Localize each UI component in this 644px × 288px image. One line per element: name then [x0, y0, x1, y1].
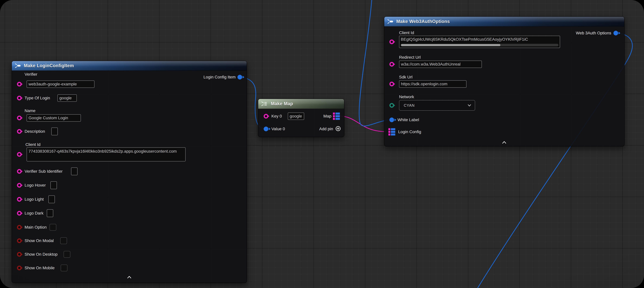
pin-logo-light[interactable]: [17, 197, 22, 202]
network-dropdown[interactable]: CYAN: [399, 100, 475, 111]
node-header[interactable]: Make Web3AuthOptions: [384, 17, 624, 27]
pin-verifier[interactable]: [17, 82, 22, 87]
pin-key-0[interactable]: [264, 114, 268, 119]
wire-map-to-loginconfig[interactable]: [340, 116, 386, 132]
output-label-map: Map: [324, 114, 331, 119]
logo-hover-input[interactable]: [50, 181, 57, 189]
output-pin-web3auth-options[interactable]: [614, 31, 618, 36]
node-make-loginconfigitem[interactable]: Make LoginConfigItem Login Config Item V…: [12, 61, 247, 283]
client-id-input[interactable]: 774338308167-q463s7kpvja16l4l0kko3nb925i…: [26, 147, 186, 161]
node-header[interactable]: Make Map: [258, 99, 344, 109]
pin-network[interactable]: [390, 103, 394, 108]
pin-white-label[interactable]: [390, 118, 394, 122]
pin-label-client-id: Client Id: [26, 142, 40, 147]
pin-label-type-of-login: Type Of Login: [24, 96, 50, 100]
output-label: Web 3Auth Options: [576, 31, 611, 36]
chevron-up-icon: [501, 141, 507, 144]
verifier-input[interactable]: web3auth-google-example: [26, 81, 94, 88]
pin-label-logo-hover: Logo Hover: [24, 183, 46, 188]
logo-light-input[interactable]: [48, 195, 55, 203]
pin-description[interactable]: [17, 129, 22, 134]
pin-label-white-label: White Label: [398, 118, 419, 122]
pin-type-of-login[interactable]: [17, 96, 22, 100]
pin-label-name: Name: [24, 108, 36, 113]
add-pin-label: Add pin: [319, 127, 333, 131]
chevron-down-icon: [467, 104, 472, 107]
pin-logo-hover[interactable]: [17, 183, 22, 188]
blueprint-editor: Make LoginConfigItem Login Config Item V…: [0, 0, 644, 288]
node-title: Make Web3AuthOptions: [396, 19, 450, 24]
scrollbar-thumb[interactable]: [401, 44, 500, 46]
client-id-value: BEglQSgt4cUWcj6SKRdu5QkOXTsePmMcusG5EAoy…: [399, 36, 560, 43]
make-struct-icon: [15, 63, 22, 68]
output-pin-map[interactable]: [333, 113, 340, 120]
collapse-node-button[interactable]: [126, 275, 132, 279]
pin-label-key-0: Key 0: [272, 114, 282, 119]
output-pin-login-config-item[interactable]: [238, 75, 242, 80]
collapse-node-button[interactable]: [501, 141, 507, 145]
pin-label-show-on-modal: Show On Modal: [24, 238, 54, 243]
add-pin-button[interactable]: [335, 126, 341, 132]
show-on-modal-checkbox[interactable]: [60, 237, 67, 244]
chevron-up-icon: [126, 275, 132, 279]
pin-client-id[interactable]: [17, 152, 22, 157]
pin-label-verifier: Verifier: [24, 72, 37, 77]
pin-login-config[interactable]: [388, 128, 395, 136]
pin-label-description: Description: [24, 129, 45, 134]
logo-dark-input[interactable]: [47, 209, 53, 217]
type-of-login-input[interactable]: google: [58, 94, 77, 102]
pin-client-id[interactable]: [390, 40, 394, 44]
pin-show-on-modal[interactable]: [17, 238, 22, 243]
redirect-url-input[interactable]: w3a://com.w3a.Web3AuthUnreal: [399, 61, 482, 68]
node-make-web3authoptions[interactable]: Make Web3AuthOptions Client Id Web 3Auth…: [384, 17, 624, 146]
description-input[interactable]: [51, 128, 58, 135]
pin-label-logo-dark: Logo Dark: [24, 211, 44, 215]
node-make-map[interactable]: Make Map Key 0 google Map Value 0 Add pi…: [258, 99, 344, 137]
horizontal-scrollbar[interactable]: [401, 44, 558, 46]
make-struct-icon: [387, 19, 394, 24]
pin-label-network: Network: [399, 95, 414, 99]
network-selected-value: CYAN: [404, 103, 414, 108]
pin-name[interactable]: [17, 116, 22, 120]
name-input[interactable]: Google Custom Login: [26, 114, 81, 122]
show-on-desktop-checkbox[interactable]: [64, 251, 70, 258]
key-0-input[interactable]: google: [288, 113, 304, 120]
show-on-mobile-checkbox[interactable]: [61, 264, 68, 271]
pin-label-main-option: Main Option: [24, 225, 47, 230]
make-map-icon: [261, 101, 269, 107]
client-id-input[interactable]: BEglQSgt4cUWcj6SKRdu5QkOXTsePmMcusG5EAoy…: [399, 36, 560, 48]
main-option-checkbox[interactable]: [50, 224, 56, 231]
pin-value-0[interactable]: [264, 127, 268, 131]
node-title: Make LoginConfigItem: [24, 63, 74, 68]
pin-main-option[interactable]: [17, 225, 22, 230]
circle-plus-icon: [335, 126, 341, 131]
verifier-sub-identifier-input[interactable]: [71, 168, 78, 175]
pin-show-on-mobile[interactable]: [17, 266, 22, 270]
node-header[interactable]: Make LoginConfigItem: [12, 61, 247, 71]
pin-logo-dark[interactable]: [17, 211, 22, 215]
pin-label-sdk-url: Sdk Url: [399, 75, 412, 80]
output-label: Login Config Item: [204, 75, 236, 80]
pin-show-on-desktop[interactable]: [17, 252, 22, 257]
pin-label-client-id: Client Id: [399, 31, 414, 35]
pin-label-verifier-sub-identifier: Verifier Sub Identifier: [24, 169, 62, 174]
node-title: Make Map: [271, 101, 293, 106]
pin-verifier-sub-identifier[interactable]: [17, 169, 22, 174]
pin-label-show-on-mobile: Show On Mobile: [24, 266, 54, 270]
blueprint-canvas[interactable]: Make LoginConfigItem Login Config Item V…: [0, 0, 644, 288]
pin-label-show-on-desktop: Show On Desktop: [24, 252, 58, 257]
pin-label-redirect-url: Redirect Url: [399, 55, 421, 60]
pin-label-logo-light: Logo Light: [24, 197, 44, 202]
pin-label-login-config: Login Config: [398, 130, 421, 134]
pin-sdk-url[interactable]: [390, 82, 394, 86]
sdk-url-input[interactable]: https://sdk.openlogin.com: [399, 80, 466, 88]
pin-label-value-0: Value 0: [272, 127, 285, 131]
pin-redirect-url[interactable]: [390, 62, 394, 67]
